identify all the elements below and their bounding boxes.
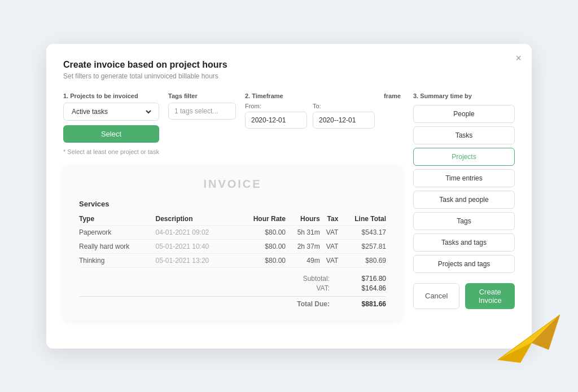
total-due-label: Total Due: xyxy=(297,300,330,308)
to-date-group: To: xyxy=(313,103,375,129)
summary-btn-projects[interactable]: Projects xyxy=(413,148,515,166)
frame-group: frame xyxy=(384,93,401,99)
projects-filter-group: 1. Projects to be invoiced Active tasks … xyxy=(63,93,159,155)
subtotal-label: Subtotal: xyxy=(303,275,330,283)
col-line-total: Line Total xyxy=(338,213,386,226)
summary-btn-projects-and-tags[interactable]: Projects and tags xyxy=(413,255,515,273)
col-hours: Hours xyxy=(286,213,320,226)
table-row: Paperwork 04-01-2021 09:02 $80.00 5h 31m… xyxy=(79,225,386,239)
timeframe-label: 2. Timeframe xyxy=(245,93,375,99)
total-due-row: Total Due: $881.66 xyxy=(79,296,386,308)
table-row: Thinking 05-01-2021 13:20 $80.00 49m VAT… xyxy=(79,253,386,267)
tags-filter-group: Tags filter 1 tags select... xyxy=(168,93,236,120)
select-hint: * Select at least one project or task xyxy=(63,148,159,155)
totals-section: Subtotal: $716.80 VAT: $164.86 Total Due… xyxy=(79,275,386,308)
col-tax: Tax xyxy=(320,213,339,226)
action-row: Cancel Create Invoice xyxy=(413,283,515,309)
modal-subtitle: Set filters to generate total uninvoiced… xyxy=(63,72,515,80)
vat-label: VAT: xyxy=(316,284,330,292)
cell-line-total: $80.69 xyxy=(338,253,386,267)
summary-btn-tags[interactable]: Tags xyxy=(413,212,515,230)
col-type: Type xyxy=(79,213,155,226)
cell-hour-rate: $80.00 xyxy=(237,225,286,239)
table-row: Really hard work 05-01-2021 10:40 $80.00… xyxy=(79,239,386,253)
subtotal-row: Subtotal: $716.80 xyxy=(79,275,386,283)
summary-btn-time-entries[interactable]: Time entries xyxy=(413,169,515,187)
create-invoice-button[interactable]: Create Invoice xyxy=(465,283,515,309)
vat-value: $164.86 xyxy=(352,284,386,292)
col-hour-rate: Hour Rate xyxy=(237,213,286,226)
cancel-button[interactable]: Cancel xyxy=(413,283,459,309)
cell-hours: 2h 37m xyxy=(286,239,320,253)
summary-btn-task-and-people[interactable]: Task and people xyxy=(413,191,515,209)
cell-description: 05-01-2021 13:20 xyxy=(155,253,237,267)
cell-tax: VAT xyxy=(320,225,339,239)
to-label: To: xyxy=(313,103,375,109)
create-invoice-modal: × Create invoice based on project hours … xyxy=(46,44,532,349)
vat-row: VAT: $164.86 xyxy=(79,284,386,292)
timeframe-pair: From: To: xyxy=(245,103,375,129)
tags-filter-label: Tags filter xyxy=(168,93,236,99)
subtotal-value: $716.80 xyxy=(352,275,386,283)
cell-description: 05-01-2021 10:40 xyxy=(155,239,237,253)
cell-line-total: $543.17 xyxy=(338,225,386,239)
svg-marker-1 xyxy=(498,343,532,363)
right-panel: 3. Summary time by PeopleTasksProjectsTi… xyxy=(402,93,515,320)
summary-btn-people[interactable]: People xyxy=(413,105,515,123)
select-button[interactable]: Select xyxy=(63,125,159,143)
cell-type: Paperwork xyxy=(79,225,155,239)
cell-type: Really hard work xyxy=(79,239,155,253)
total-due-value: $881.66 xyxy=(352,300,386,308)
cell-description: 04-01-2021 09:02 xyxy=(155,225,237,239)
cell-type: Thinking xyxy=(79,253,155,267)
summary-label: 3. Summary time by xyxy=(413,93,515,99)
services-label: Services xyxy=(79,200,386,208)
left-panel: 1. Projects to be invoiced Active tasks … xyxy=(63,93,402,320)
from-label: From: xyxy=(245,103,307,109)
timeframe-filter-group: 2. Timeframe From: To: xyxy=(245,93,375,129)
cell-hours: 5h 31m xyxy=(286,225,320,239)
from-date-group: From: xyxy=(245,103,307,129)
summary-buttons-container: PeopleTasksProjectsTime entriesTask and … xyxy=(413,105,515,273)
projects-select-wrapper[interactable]: Active tasks xyxy=(63,103,159,121)
col-description: Description xyxy=(155,213,237,226)
close-button[interactable]: × xyxy=(515,53,522,63)
filter-row: 1. Projects to be invoiced Active tasks … xyxy=(63,93,402,155)
cell-hour-rate: $80.00 xyxy=(237,253,286,267)
cell-hours: 49m xyxy=(286,253,320,267)
frame-label: frame xyxy=(384,93,401,99)
to-date-input[interactable] xyxy=(313,112,375,129)
tags-input[interactable]: 1 tags select... xyxy=(168,103,236,120)
invoice-table: Type Description Hour Rate Hours Tax Lin… xyxy=(79,213,386,268)
projects-filter-label: 1. Projects to be invoiced xyxy=(63,93,159,99)
cell-tax: VAT xyxy=(320,253,339,267)
summary-btn-tasks[interactable]: Tasks xyxy=(413,126,515,144)
modal-body: 1. Projects to be invoiced Active tasks … xyxy=(63,93,515,320)
cell-line-total: $257.81 xyxy=(338,239,386,253)
invoice-title: INVOICE xyxy=(79,178,386,191)
summary-btn-tasks-and-tags[interactable]: Tasks and tags xyxy=(413,234,515,252)
cell-tax: VAT xyxy=(320,239,339,253)
modal-title: Create invoice based on project hours xyxy=(63,60,515,70)
table-header-row: Type Description Hour Rate Hours Tax Lin… xyxy=(79,213,386,226)
from-date-input[interactable] xyxy=(245,112,307,129)
invoice-preview: INVOICE Services Type Description Hour R… xyxy=(63,165,402,320)
cell-hour-rate: $80.00 xyxy=(237,239,286,253)
projects-select[interactable]: Active tasks xyxy=(69,107,153,116)
paper-plane-decoration xyxy=(498,309,566,365)
